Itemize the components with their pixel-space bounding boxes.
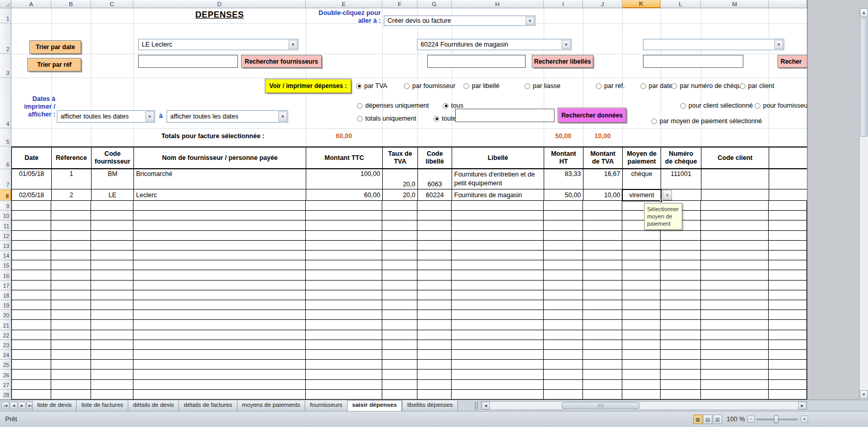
grid-cell[interactable] — [306, 370, 382, 379]
row-header-18[interactable]: 18 — [0, 290, 11, 300]
grid-cell[interactable] — [622, 281, 661, 290]
grid-cell[interactable] — [701, 231, 769, 241]
grid-cell[interactable] — [11, 310, 51, 320]
grid-cell[interactable] — [661, 340, 701, 350]
grid-cell[interactable] — [583, 211, 622, 220]
column-header-I[interactable]: I — [544, 0, 583, 8]
radio-par-moyen-paiement[interactable]: par moyen de paiement sélectionné — [651, 117, 762, 125]
radio-icon[interactable] — [357, 103, 363, 109]
grid-cell[interactable] — [769, 260, 807, 270]
grid-cell[interactable] — [417, 211, 452, 220]
grid-cell[interactable] — [51, 281, 91, 290]
grid-cell[interactable] — [769, 380, 807, 390]
grid-cell[interactable] — [544, 390, 583, 400]
grid-cell[interactable] — [583, 380, 622, 390]
grid-cell[interactable] — [91, 330, 133, 340]
grid-cell[interactable] — [382, 390, 417, 400]
radio-icon[interactable] — [651, 119, 657, 124]
grid-cell[interactable] — [91, 310, 133, 320]
grid-cell[interactable] — [306, 281, 382, 290]
grid-cell[interactable] — [382, 231, 417, 241]
first-sheet-icon[interactable]: |◀ — [2, 402, 9, 409]
search-data-button[interactable]: Rechercher données — [558, 108, 626, 123]
grid-cell[interactable] — [452, 310, 544, 320]
radio-icon[interactable] — [404, 83, 410, 89]
supplier-dropdown[interactable]: LE Leclerc ▼ — [138, 39, 298, 50]
grid-cell[interactable] — [544, 380, 583, 390]
grid-cell[interactable] — [417, 330, 452, 340]
grid-cell[interactable] — [133, 201, 306, 211]
grid-cell[interactable] — [622, 310, 661, 320]
grid-cell[interactable] — [417, 380, 452, 390]
scroll-down-icon[interactable]: ▼ — [860, 390, 868, 399]
grid-cell[interactable] — [91, 390, 133, 400]
row-header-14[interactable]: 14 — [0, 251, 11, 260]
grid-cell[interactable] — [11, 370, 51, 379]
grid-cell[interactable] — [701, 390, 769, 400]
page-break-view-icon[interactable]: ▥ — [713, 415, 722, 424]
header-taux-tva[interactable]: Taux de TVA — [383, 148, 418, 168]
zoom-level-label[interactable]: 100 % — [723, 416, 745, 423]
grid-cell[interactable] — [133, 370, 306, 379]
cell-date[interactable]: 02/05/18 — [12, 189, 52, 201]
grid-cell[interactable] — [51, 251, 91, 260]
grid-cell[interactable] — [701, 370, 769, 379]
supplier-search-input[interactable] — [138, 55, 238, 68]
row-header-27[interactable]: 27 — [0, 380, 11, 390]
grid-cell[interactable] — [769, 390, 807, 400]
date-to-dropdown[interactable]: afficher toutes les dates ▼ — [167, 110, 288, 123]
cell-montant-ht[interactable]: 50,00 — [544, 189, 583, 201]
grid-cell[interactable] — [11, 300, 51, 310]
grid-cell[interactable] — [133, 241, 306, 251]
grid-cell[interactable] — [661, 231, 701, 241]
grid-cell[interactable] — [701, 251, 769, 260]
grid-cell[interactable] — [417, 350, 452, 360]
grid-cell[interactable] — [382, 350, 417, 360]
grid-cell[interactable] — [661, 370, 701, 379]
label-dropdown[interactable]: 60224 Fournitures de magasin ▼ — [417, 39, 572, 50]
grid-cell[interactable] — [769, 270, 807, 280]
grid-cell[interactable] — [661, 360, 701, 370]
grid-cell[interactable] — [452, 330, 544, 340]
grid-cell[interactable] — [133, 350, 306, 360]
grid-cell[interactable] — [544, 231, 583, 241]
grid-cell[interactable] — [544, 320, 583, 330]
grid-cell[interactable] — [91, 320, 133, 330]
row-header-5[interactable]: 5 — [0, 128, 11, 146]
grid-cell[interactable] — [701, 241, 769, 251]
row-header-4[interactable]: 4 — [0, 78, 11, 128]
grid-cell[interactable] — [382, 201, 417, 211]
grid-cell[interactable] — [701, 320, 769, 330]
grid-cell[interactable] — [544, 330, 583, 340]
grid-cell[interactable] — [382, 310, 417, 320]
search-clients-button[interactable]: Recher — [777, 55, 809, 68]
normal-view-icon[interactable]: ▦ — [693, 415, 702, 424]
grid-cell[interactable] — [11, 340, 51, 350]
grid-cell[interactable] — [583, 390, 622, 400]
grid-cell[interactable] — [622, 300, 661, 310]
radio-par-liasse[interactable]: par liasse — [525, 82, 561, 90]
grid-cell[interactable] — [452, 231, 544, 241]
grid-cell[interactable] — [452, 251, 544, 260]
grid-cell[interactable] — [701, 300, 769, 310]
grid-cell[interactable] — [11, 251, 51, 260]
grid-cell[interactable] — [51, 320, 91, 330]
grid-cell[interactable] — [306, 390, 382, 400]
grid-cell[interactable] — [769, 251, 807, 260]
grid-cell[interactable] — [769, 241, 807, 251]
grid-cell[interactable] — [769, 350, 807, 360]
grid-cell[interactable] — [452, 241, 544, 251]
grid-cell[interactable] — [11, 211, 51, 220]
grid-cell[interactable] — [51, 360, 91, 370]
grid-cell[interactable] — [417, 300, 452, 310]
column-header-F[interactable]: F — [382, 0, 417, 8]
row-header-8[interactable]: 8 — [0, 189, 11, 201]
row-header-20[interactable]: 20 — [0, 310, 11, 320]
grid-cell[interactable] — [661, 380, 701, 390]
grid-cell[interactable] — [544, 260, 583, 270]
grid-cell[interactable] — [51, 380, 91, 390]
cell-taux-tva[interactable]: 20,0 — [383, 169, 418, 189]
sheet-tab-saisir-dépenses[interactable]: saisir dépenses — [347, 400, 402, 411]
grid-cell[interactable] — [382, 380, 417, 390]
cell-code-client[interactable] — [701, 169, 769, 189]
